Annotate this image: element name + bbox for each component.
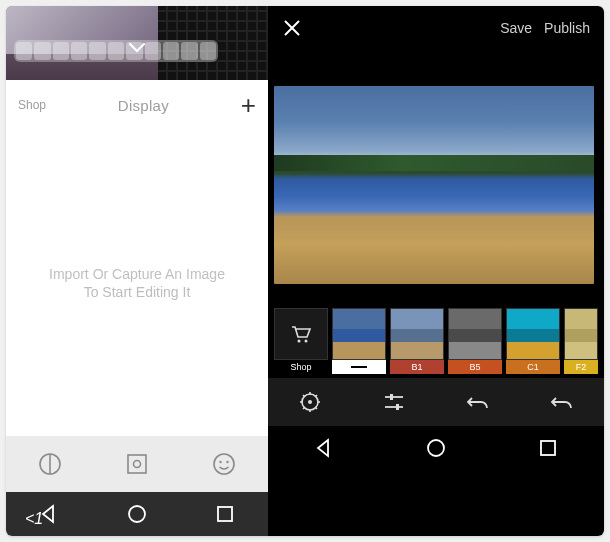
svg-point-7 <box>129 506 145 522</box>
svg-point-5 <box>220 461 222 463</box>
shop-link[interactable]: Shop <box>18 98 46 112</box>
svg-point-10 <box>305 340 308 343</box>
filter-strip: Shop B1 B5 C1 F2 <box>268 304 604 378</box>
nav-home-icon[interactable] <box>126 503 148 525</box>
redo-icon[interactable] <box>550 390 574 414</box>
filter-shop-label: Shop <box>274 360 328 374</box>
editor-tools <box>268 378 604 426</box>
library-panel: Shop Display + Import Or Capture An Imag… <box>6 6 268 536</box>
nav-home-icon[interactable] <box>425 437 447 459</box>
android-nav-left <box>6 492 268 536</box>
undo-icon[interactable] <box>466 390 490 414</box>
filter-shop[interactable]: Shop <box>274 308 328 374</box>
save-button[interactable]: Save <box>500 20 532 36</box>
svg-point-6 <box>227 461 229 463</box>
title-dropdown[interactable]: Display <box>118 97 169 114</box>
empty-line2: To Start Editing It <box>84 284 191 300</box>
chevron-down-icon[interactable] <box>128 42 146 54</box>
editor-header: Save Publish <box>268 6 604 50</box>
empty-line1: Import Or Capture An Image <box>49 266 225 282</box>
header-image <box>6 6 268 80</box>
filter-f2[interactable]: F2 <box>564 308 598 374</box>
android-nav-right <box>268 426 604 470</box>
close-icon[interactable] <box>282 18 302 38</box>
smiley-icon[interactable] <box>211 451 237 477</box>
library-header: Shop Display + <box>6 80 268 130</box>
sliders-icon[interactable] <box>382 390 406 414</box>
add-button[interactable]: + <box>241 95 256 115</box>
preset-wheel-icon[interactable] <box>298 390 322 414</box>
empty-state[interactable]: Import Or Capture An Image To Start Edit… <box>6 130 268 436</box>
focus-square-icon[interactable] <box>124 451 150 477</box>
publish-button[interactable]: Publish <box>544 20 590 36</box>
editor-panel: Save Publish Shop B1 B5 <box>268 6 604 536</box>
circle-split-icon[interactable] <box>37 451 63 477</box>
filter-original[interactable] <box>332 308 386 374</box>
svg-point-4 <box>214 454 234 474</box>
svg-rect-24 <box>396 404 399 410</box>
svg-point-12 <box>308 400 312 404</box>
nav-recent-icon[interactable] <box>215 504 235 524</box>
svg-point-9 <box>298 340 301 343</box>
svg-rect-8 <box>218 507 232 521</box>
filter-b1[interactable]: B1 <box>390 308 444 374</box>
nav-badge: <1 <box>25 510 43 528</box>
svg-point-25 <box>428 440 444 456</box>
filter-c1[interactable]: C1 <box>506 308 560 374</box>
svg-rect-26 <box>541 441 555 455</box>
svg-rect-2 <box>128 455 146 473</box>
bottom-toolbar <box>6 436 268 492</box>
svg-point-3 <box>133 461 140 468</box>
nav-recent-icon[interactable] <box>538 438 558 458</box>
filter-b5[interactable]: B5 <box>448 308 502 374</box>
svg-rect-23 <box>390 394 393 400</box>
nav-back-icon[interactable] <box>314 438 334 458</box>
image-preview[interactable] <box>274 86 594 284</box>
cart-icon <box>274 308 328 360</box>
